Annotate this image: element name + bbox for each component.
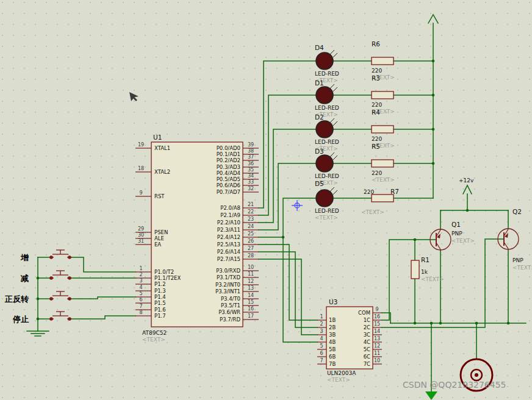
pin-name: 1B — [329, 317, 336, 323]
pin-name: 1C — [364, 317, 370, 323]
pin-number: 9 — [375, 307, 378, 312]
pin-name: P0.7/AD7 — [217, 189, 240, 195]
resistor-body — [372, 91, 394, 99]
u1-value: AT89C52 — [142, 330, 167, 336]
junction-dot — [432, 94, 435, 97]
junction-dot — [414, 322, 417, 325]
resistor-text-placeholder: <TEXT> — [421, 276, 444, 282]
resistor-ref: R3 — [372, 74, 380, 82]
resistor-ref: R7 — [390, 188, 399, 195]
pin-name: P0.1/AD1 — [217, 151, 240, 157]
button-label: 停止 — [12, 315, 29, 324]
transistor-value: PNP — [512, 257, 523, 263]
junction-dot — [432, 162, 435, 165]
schematic-canvas[interactable] — [0, 0, 532, 400]
pin-name: P3.3/INT1 — [215, 288, 240, 295]
transistor-text-placeholder: <TEXT> — [451, 238, 475, 244]
pin-name: P3.6/WR — [218, 309, 240, 315]
pin-name: XTAL1 — [154, 145, 170, 151]
junction-dot — [432, 60, 435, 63]
pin-number: 9 — [139, 190, 142, 196]
motor-shaft — [475, 373, 478, 377]
resistor-body — [411, 260, 419, 279]
led-value: LED-RED — [315, 173, 339, 179]
pin-number: 1 — [139, 266, 142, 271]
pin-name: RST — [154, 193, 165, 199]
led-value: LED-RED — [315, 71, 339, 77]
led-value: LED-RED — [315, 105, 339, 111]
pin-name: P1.0/T2 — [154, 269, 174, 275]
led-ref: D2 — [315, 113, 324, 121]
pin-number: 6 — [139, 297, 142, 302]
pin-number: 24 — [248, 224, 254, 229]
pin-name: P2.6/A14 — [217, 249, 240, 255]
pin-number: 18 — [138, 166, 144, 171]
pin-name: P2.1/A9 — [220, 212, 240, 218]
pin-name: 3C — [364, 332, 370, 338]
junction-dot — [430, 322, 433, 325]
u1-ref: U1 — [153, 134, 162, 141]
junction-dot — [37, 277, 40, 280]
pin-name: P2.3/A11 — [217, 227, 240, 233]
u1-text-placeholder: <TEXT> — [142, 337, 165, 343]
pin-number: 7 — [320, 358, 323, 363]
junction-dot — [432, 128, 435, 131]
pin-number: 21 — [248, 202, 254, 207]
pin-number: 25 — [248, 231, 254, 237]
pin-name: P3.7/RD — [220, 316, 240, 323]
pin-name: P3.1/TXD — [217, 274, 241, 280]
pin-name: 4C — [364, 339, 370, 345]
pin-number: 12 — [374, 343, 380, 349]
pin-number: 30 — [138, 232, 144, 238]
pin-number: 3 — [320, 329, 323, 334]
pin-number: 14 — [248, 293, 254, 298]
junction-dot — [37, 318, 40, 321]
pin-number: 12 — [248, 279, 254, 284]
pin-number: 3 — [139, 278, 142, 284]
u3-ref: U3 — [329, 298, 337, 305]
transistor-value: PNP — [451, 230, 462, 237]
pin-name: P0.6/AD6 — [217, 182, 240, 188]
resistor-value: 220 — [372, 68, 382, 74]
pin-name: EA — [154, 241, 161, 248]
junction-dot — [282, 236, 285, 239]
pin-name: 5C — [364, 346, 370, 352]
resistor-value: 220 — [372, 136, 382, 142]
pin-number: 32 — [248, 186, 254, 191]
pin-name: P2.0/A8 — [220, 205, 240, 211]
pin-name: ALE — [154, 235, 164, 241]
pin-number: 14 — [374, 329, 380, 334]
pin-name: P3.0/RXD — [216, 268, 240, 274]
pin-number: 8 — [139, 310, 142, 315]
led-body — [316, 52, 333, 70]
pin-number: 5 — [320, 343, 323, 349]
junction-dot — [37, 298, 40, 301]
pin-number: 7 — [139, 304, 142, 309]
watermark: CSDN @QQ2193276455 — [403, 380, 506, 390]
pin-name: COM — [358, 310, 370, 316]
resistor-text-placeholder: <TEXT> — [372, 177, 395, 183]
pin-number: 19 — [138, 142, 144, 148]
pin-number: 15 — [374, 321, 380, 327]
pin-name: P1.6 — [154, 307, 166, 313]
junction-dot — [507, 322, 510, 325]
pin-name: PSEN — [154, 229, 168, 235]
resistor-ref: R1 — [421, 256, 430, 263]
pin-number: 29 — [138, 226, 144, 232]
pin-number: 6 — [320, 351, 323, 356]
pin-name: 6B — [329, 354, 336, 360]
resistor-ref: R4 — [372, 109, 380, 116]
pin-name: P2.5/A13 — [217, 241, 240, 248]
resistor-value: 220 — [364, 189, 374, 195]
resistor-body — [372, 126, 394, 133]
led-value: LED-RED — [315, 208, 339, 214]
junction-dot — [475, 322, 478, 325]
pin-number: 38 — [248, 148, 254, 154]
pin-name: P1.7 — [154, 313, 166, 319]
junction-dot — [439, 322, 442, 325]
pin-number: 10 — [248, 265, 254, 270]
pin-number: 36 — [248, 161, 254, 166]
pin-number: 26 — [248, 238, 254, 244]
u1-mcu[interactable]: U1 AT89C52 <TEXT> 19 18 9 29 30 31 1 2 3… — [135, 134, 259, 343]
junction-dot — [414, 238, 417, 241]
